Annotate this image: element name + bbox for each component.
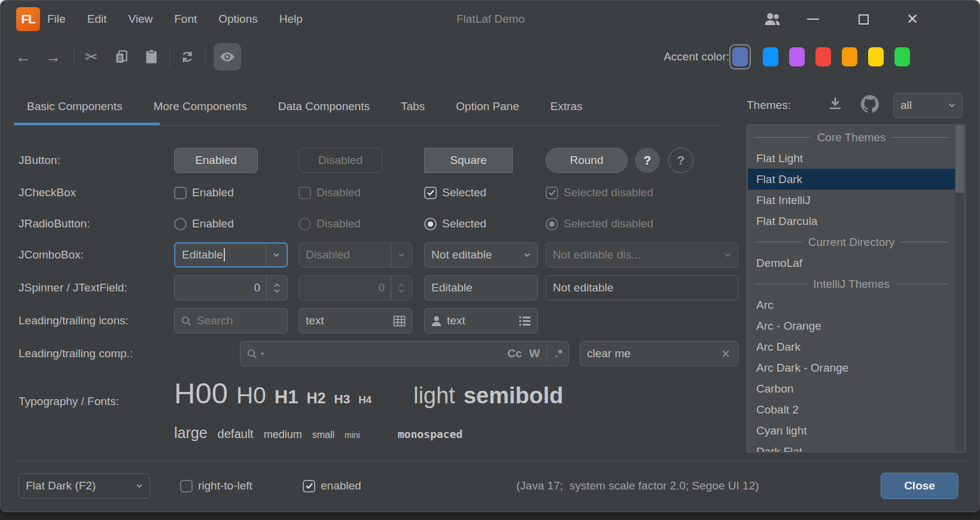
menu-options[interactable]: Options: [218, 13, 257, 26]
accent-swatch-3[interactable]: [789, 47, 805, 66]
spinner-arrows[interactable]: [266, 276, 287, 300]
menu-help[interactable]: Help: [279, 13, 303, 26]
spinner-1[interactable]: 0: [174, 275, 288, 300]
textfield-value: clear me: [580, 347, 721, 360]
search-comp-field[interactable]: Cc W .*: [240, 341, 569, 366]
combobox-not-editable[interactable]: Not editable: [424, 242, 538, 267]
checkbox-selected[interactable]: Selected: [424, 183, 486, 203]
theme-item[interactable]: Flat Darcula: [748, 211, 955, 232]
close-window-button[interactable]: ✕: [902, 1, 923, 38]
regex-toggle[interactable]: .*: [555, 347, 562, 360]
github-button[interactable]: [861, 95, 879, 113]
accent-swatch-4[interactable]: [815, 47, 831, 66]
tab-more-components[interactable]: More Components: [153, 89, 246, 125]
accent-swatch-7[interactable]: [894, 47, 910, 66]
forward-button[interactable]: →: [41, 38, 65, 76]
theme-item[interactable]: Arc - Orange: [748, 315, 955, 336]
match-case-toggle[interactable]: Cc: [507, 347, 522, 360]
checkbox-enabled[interactable]: Enabled: [174, 183, 234, 203]
theme-item[interactable]: Arc: [748, 294, 955, 315]
textfield-leading-user-trailing-list[interactable]: text: [424, 308, 538, 333]
tab-tabs[interactable]: Tabs: [401, 89, 425, 125]
checkbox-checked-icon: [546, 187, 558, 199]
copy-button[interactable]: [109, 38, 133, 76]
minimize-button[interactable]: [802, 1, 824, 38]
themes-filter-combobox[interactable]: all: [893, 93, 963, 118]
menu-file[interactable]: File: [47, 13, 66, 26]
menu-font[interactable]: Font: [174, 13, 197, 26]
checkbox-selected-disabled: Selected disabled: [546, 183, 653, 203]
rtl-checkbox[interactable]: right-to-left: [180, 476, 252, 496]
theme-item[interactable]: Carbon: [748, 378, 955, 399]
cut-button[interactable]: ✂: [80, 38, 104, 76]
accent-swatch-2[interactable]: [763, 47, 778, 66]
accent-color-label: Accent color:: [616, 38, 729, 76]
theme-item[interactable]: DemoLaf: [748, 253, 955, 273]
round-button[interactable]: Round: [546, 148, 628, 173]
clearable-field[interactable]: clear me ✕: [580, 341, 738, 366]
menu-view[interactable]: View: [128, 13, 153, 26]
jbutton-label: JButton:: [19, 148, 60, 173]
list-icon: [519, 316, 537, 326]
tabbar-baseline: [14, 125, 720, 126]
theme-item[interactable]: Flat Dark: [748, 169, 955, 190]
tab-basic-components[interactable]: Basic Components: [27, 89, 122, 125]
theme-item[interactable]: Cobalt 2: [748, 399, 955, 420]
help-button[interactable]: ?: [635, 148, 660, 173]
jradiobutton-label: JRadioButton:: [19, 214, 90, 234]
default-sample: default: [218, 427, 254, 441]
download-icon: [827, 96, 843, 112]
scrollbar-thumb[interactable]: [955, 126, 964, 193]
refresh-button[interactable]: [175, 38, 199, 76]
square-button[interactable]: Square: [424, 148, 513, 173]
medium-sample: medium: [264, 428, 302, 441]
spinner-2-disabled: 0: [299, 275, 412, 300]
theme-item[interactable]: Cyan light: [748, 420, 955, 441]
theme-item[interactable]: Dark Flat: [748, 441, 955, 452]
tab-option-pane[interactable]: Option Pane: [456, 89, 519, 125]
download-themes-button[interactable]: [827, 96, 843, 112]
checkbox-label: Disabled: [316, 186, 361, 199]
accent-swatch-1[interactable]: [732, 47, 748, 66]
tab-data-components[interactable]: Data Components: [278, 89, 370, 125]
accent-swatch-5[interactable]: [842, 47, 857, 66]
close-button[interactable]: Close: [881, 473, 958, 499]
back-button[interactable]: ←: [11, 38, 35, 76]
theme-item[interactable]: Flat IntelliJ: [748, 190, 955, 211]
menu-edit[interactable]: Edit: [87, 13, 107, 26]
leading-trailing-icons-label: Leading/trailing icons:: [19, 308, 129, 333]
theme-item[interactable]: Arc Dark: [748, 336, 955, 357]
app-logo: FL: [16, 7, 40, 31]
maximize-button[interactable]: [853, 1, 874, 38]
laf-combobox[interactable]: Flat Dark (F2): [19, 473, 150, 498]
inspect-toggle-button[interactable]: [214, 43, 241, 71]
tab-extras[interactable]: Extras: [550, 89, 583, 125]
chevron-down-icon[interactable]: [266, 244, 287, 266]
whole-word-toggle[interactable]: W: [529, 347, 540, 360]
paste-button[interactable]: [139, 38, 163, 76]
search-placeholder: Search: [192, 314, 287, 327]
textfield-trailing-table[interactable]: text: [299, 308, 412, 333]
typography-label: Typography / Fonts:: [19, 384, 119, 419]
accent-swatch-6[interactable]: [868, 47, 884, 66]
theme-item[interactable]: Flat Light: [748, 148, 955, 169]
combobox-editable[interactable]: Editable: [174, 242, 288, 267]
radio-disabled: Disabled: [299, 214, 361, 234]
clear-icon[interactable]: ✕: [721, 347, 738, 361]
copy-icon: [114, 49, 129, 65]
accent-swatch-selected-ring[interactable]: [729, 44, 751, 69]
enabled-button[interactable]: Enabled: [174, 148, 258, 173]
themes-scrollbar[interactable]: [955, 126, 964, 452]
jcheckbox-label: JCheckBox: [19, 183, 76, 203]
toolbar-separator: [205, 46, 206, 68]
users-icon[interactable]: [762, 1, 783, 38]
textfield-editable[interactable]: Editable: [424, 275, 538, 300]
radio-selected[interactable]: Selected: [424, 214, 486, 234]
cut-icon: ✂: [85, 48, 98, 66]
search-options-icon[interactable]: [241, 348, 265, 360]
search-field[interactable]: Search: [174, 308, 288, 333]
radio-enabled[interactable]: Enabled: [174, 214, 234, 234]
leading-trailing-comp-label: Leading/trailing comp.:: [19, 341, 133, 366]
theme-item[interactable]: Arc Dark - Orange: [748, 357, 955, 378]
enabled-checkbox[interactable]: enabled: [303, 476, 361, 496]
